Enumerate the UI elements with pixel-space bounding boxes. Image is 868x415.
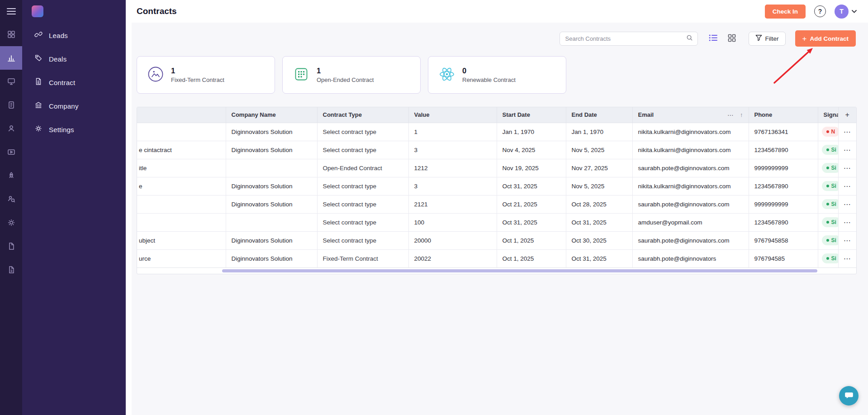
table-row[interactable]: itleOpen-Ended Contract1212Nov 19, 2025N… (137, 159, 856, 177)
user-search-icon[interactable] (0, 187, 22, 211)
stat-card-renewable: 0 Renewable Contract (428, 56, 566, 94)
cell-actions: ⋯ (838, 159, 856, 177)
table-row[interactable]: eDiginnovators SolutionSelect contract t… (137, 177, 856, 195)
filter-icon (755, 34, 762, 43)
table-row[interactable]: Diginnovators SolutionSelect contract ty… (137, 195, 856, 213)
row-actions-button[interactable]: ⋯ (844, 200, 851, 209)
filter-button[interactable]: Filter (749, 32, 786, 46)
cell-signature: Si (818, 195, 838, 213)
row-actions-button[interactable]: ⋯ (844, 128, 851, 136)
cell-contract-type[interactable]: Select contract type (317, 141, 408, 159)
sidebar-item-deals[interactable]: Deals (22, 47, 126, 71)
rocket-icon[interactable] (0, 164, 22, 187)
contract-icon (34, 77, 43, 87)
sidebar-item-company[interactable]: Company (22, 94, 126, 118)
col-header-company[interactable]: Company Name (226, 107, 317, 123)
dashboard-icon[interactable] (0, 23, 22, 46)
cell-signature: Si (818, 177, 838, 195)
stat-label: Renewable Contract (462, 76, 516, 83)
cell-signature: Si (818, 249, 838, 267)
table-row[interactable]: urceDiginnovators SolutionFixed-Term Con… (137, 249, 856, 267)
cell-signature: Si (818, 231, 838, 249)
table-row[interactable]: Select contract type100Oct 31, 2025Oct 3… (137, 213, 856, 231)
check-in-button[interactable]: Check In (765, 5, 806, 19)
chevron-down-icon[interactable] (852, 10, 857, 13)
file-alt-icon[interactable] (0, 258, 22, 281)
help-icon[interactable]: ? (814, 5, 826, 17)
cell-email: nikita.kulkarni@diginnovators.com (632, 177, 749, 195)
col-header-email[interactable]: Email ⋯ ↑ (632, 107, 749, 123)
cell-contract-type[interactable]: Open-Ended Contract (317, 159, 408, 177)
analytics-icon[interactable] (0, 46, 22, 70)
sidebar-item-contract[interactable]: Contract (22, 71, 126, 94)
cell-actions: ⋯ (838, 141, 856, 159)
grid-view-button[interactable] (726, 32, 738, 45)
sort-ascending-icon[interactable]: ↑ (740, 111, 743, 118)
col-header-title[interactable] (137, 107, 226, 123)
cell-end-date: Nov 27, 2025 (566, 159, 632, 177)
stat-count: 0 (462, 67, 516, 75)
search-input[interactable] (565, 35, 686, 42)
signature-badge-label: Si (831, 183, 836, 189)
gear-icon[interactable] (0, 211, 22, 234)
col-header-start-date[interactable]: Start Date (497, 107, 566, 123)
row-actions-button[interactable]: ⋯ (844, 218, 851, 227)
media-icon[interactable] (0, 140, 22, 164)
cell-contract-type[interactable]: Fixed-Term Contract (317, 249, 408, 267)
sidebar-item-settings[interactable]: Settings (22, 118, 126, 141)
table-row[interactable]: ubjectDiginnovators SolutionSelect contr… (137, 231, 856, 249)
status-dot-icon (826, 148, 829, 151)
cell-start-date: Oct 1, 2025 (497, 249, 566, 267)
row-actions-button[interactable]: ⋯ (844, 164, 851, 172)
main-area: Contracts Check In ? T (126, 0, 868, 415)
cell-contract-type[interactable]: Select contract type (317, 213, 408, 231)
cell-end-date: Oct 30, 2025 (566, 231, 632, 249)
cell-title (137, 213, 226, 231)
invoice-icon[interactable] (0, 93, 22, 117)
search-box[interactable] (560, 32, 698, 46)
stat-label: Fixed-Term Contract (171, 76, 224, 83)
cell-contract-type[interactable]: Select contract type (317, 195, 408, 213)
col-header-phone[interactable]: Phone (749, 107, 818, 123)
cell-phone: 1234567890 (749, 177, 818, 195)
cell-signature: Si (818, 213, 838, 231)
cell-contract-type[interactable]: Select contract type (317, 123, 408, 141)
chat-launcher-button[interactable] (839, 386, 859, 405)
sidebar-nav: Leads Deals Contract Company Settings (22, 24, 126, 141)
sidebar-item-label: Leads (49, 32, 68, 39)
cell-actions: ⋯ (838, 177, 856, 195)
col-header-contract-type[interactable]: Contract Type (317, 107, 408, 123)
file-icon[interactable] (0, 234, 22, 258)
list-view-button[interactable] (707, 32, 720, 45)
plus-icon: + (802, 35, 807, 43)
row-actions-button[interactable]: ⋯ (844, 254, 851, 263)
cell-email: saurabh.pote@diginnovators.com (632, 231, 749, 249)
status-dot-icon (826, 185, 829, 187)
grid-view-icon (728, 34, 736, 43)
app-logo[interactable] (32, 5, 43, 17)
row-actions-button[interactable]: ⋯ (844, 182, 851, 191)
image-circle-icon (147, 66, 164, 85)
monitor-icon[interactable] (0, 70, 22, 93)
avatar[interactable]: T (835, 5, 849, 19)
col-header-value[interactable]: Value (408, 107, 497, 123)
table-row[interactable]: Diginnovators SolutionSelect contract ty… (137, 123, 856, 141)
sidebar: Leads Deals Contract Company Settings (22, 0, 126, 415)
sidebar-item-leads[interactable]: Leads (22, 24, 126, 47)
row-actions-button[interactable]: ⋯ (844, 146, 851, 154)
hamburger-menu-icon[interactable] (0, 0, 22, 23)
col-header-end-date[interactable]: End Date (566, 107, 632, 123)
cell-contract-type[interactable]: Select contract type (317, 231, 408, 249)
column-menu-icon[interactable]: ⋯ (727, 111, 734, 119)
table-row[interactable]: e cintactractDiginnovators SolutionSelec… (137, 141, 856, 159)
col-header-signature[interactable]: Signa (818, 107, 838, 123)
cell-actions: ⋯ (838, 123, 856, 141)
row-actions-button[interactable]: ⋯ (844, 236, 851, 245)
contacts-icon[interactable] (0, 117, 22, 140)
cell-value: 20000 (408, 231, 497, 249)
cell-contract-type[interactable]: Select contract type (317, 177, 408, 195)
add-column-button[interactable]: + (838, 107, 856, 123)
horizontal-scrollbar-thumb[interactable] (222, 269, 817, 272)
add-contract-button[interactable]: + Add Contract (795, 30, 856, 47)
cell-actions: ⋯ (838, 213, 856, 231)
